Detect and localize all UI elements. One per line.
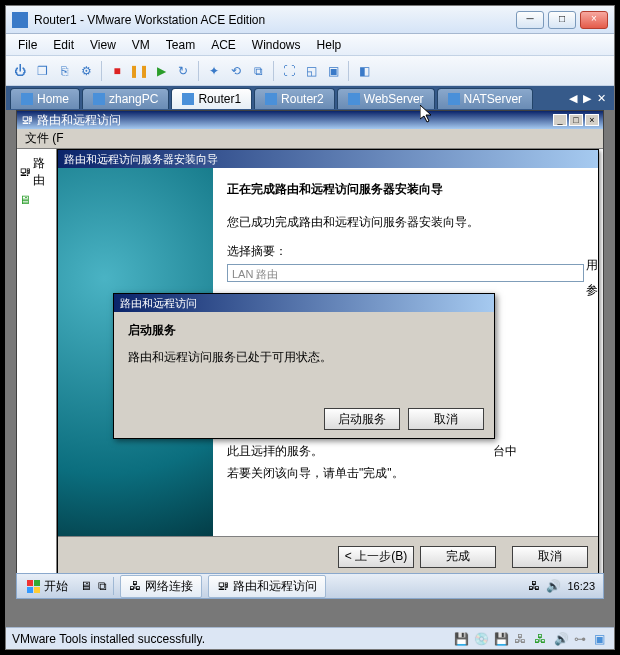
status-message: VMware Tools installed successfully. <box>12 632 205 646</box>
mmc-menu: 文件 (F <box>17 129 603 149</box>
partial-text-right-1: 用参 <box>586 256 598 300</box>
window-title: Router1 - VMware Workstation ACE Edition <box>34 13 516 27</box>
status-hdd-icon[interactable]: 💾 <box>454 632 468 646</box>
mmc-titlebar: 🖳 路由和远程访问 _ □ × <box>17 111 603 129</box>
tree-child[interactable]: 🖥 <box>19 193 54 207</box>
stop-icon[interactable]: ■ <box>107 61 127 81</box>
status-cd-icon[interactable]: 💿 <box>474 632 488 646</box>
menu-view[interactable]: View <box>82 36 124 54</box>
snapshot-take-icon[interactable]: ✦ <box>204 61 224 81</box>
mmc-min-button[interactable]: _ <box>553 114 567 126</box>
guest-taskbar: 开始 🖥 ⧉ 🖧网络连接 🖳路由和远程访问 🖧 🔊 16:23 <box>16 573 604 599</box>
tab-scroll-right[interactable]: ▶ <box>583 92 591 105</box>
reset-icon[interactable]: ↻ <box>173 61 193 81</box>
status-floppy-icon[interactable]: 💾 <box>494 632 508 646</box>
title-bar: Router1 - VMware Workstation ACE Edition… <box>6 6 614 34</box>
start-service-dialog: 路由和远程访问 启动服务 路由和远程访问服务已处于可用状态。 启动服务 取消 <box>113 293 495 439</box>
task-network[interactable]: 🖧网络连接 <box>120 575 202 598</box>
snapshot-revert-icon[interactable]: ⟲ <box>226 61 246 81</box>
wizard-title: 路由和远程访问服务器安装向导 <box>58 150 598 168</box>
maximize-button[interactable]: □ <box>548 11 576 29</box>
menu-team[interactable]: Team <box>158 36 203 54</box>
summary-label: 选择摘要： <box>227 242 584 261</box>
clone-icon[interactable]: ⎘ <box>54 61 74 81</box>
windows-icon <box>27 580 40 593</box>
tab-home[interactable]: Home <box>10 88 80 109</box>
status-usb-icon[interactable]: ⊶ <box>574 632 588 646</box>
status-net1-icon[interactable]: 🖧 <box>514 632 528 646</box>
snapshot-manage-icon[interactable]: ⧉ <box>248 61 268 81</box>
menu-ace[interactable]: ACE <box>203 36 244 54</box>
tray-icon-2[interactable]: 🔊 <box>546 579 561 593</box>
quick-launch-1[interactable]: 🖥 <box>80 579 92 593</box>
status-net2-icon[interactable]: 🖧 <box>534 632 548 646</box>
home-icon <box>21 93 33 105</box>
snapshot-icon[interactable]: ❐ <box>32 61 52 81</box>
status-sound-icon[interactable]: 🔊 <box>554 632 568 646</box>
network-icon: 🖧 <box>129 579 141 593</box>
vm-tabs: Home zhangPC Router1 Router2 WebServer N… <box>6 86 614 110</box>
server-icon: 🖳 <box>19 165 31 179</box>
server-green-icon: 🖥 <box>19 193 31 207</box>
dialog-title: 路由和远程访问 <box>114 294 494 312</box>
tab-close[interactable]: ✕ <box>597 92 606 105</box>
vm-icon <box>265 93 277 105</box>
unity-icon[interactable]: ◱ <box>301 61 321 81</box>
sidebar-toggle-icon[interactable]: ◧ <box>354 61 374 81</box>
poweron-icon[interactable]: ⏻ <box>10 61 30 81</box>
partial-text-1: 此且远拝的服务。台中 <box>227 443 517 460</box>
vm-icon <box>348 93 360 105</box>
menu-help[interactable]: Help <box>309 36 350 54</box>
finish-button[interactable]: 完成 <box>420 546 496 568</box>
vm-icon <box>93 93 105 105</box>
vm-icon <box>182 93 194 105</box>
wizard-close-text: 若要关闭该向导，请单击"完成"。 <box>227 465 404 482</box>
settings-icon[interactable]: ⚙ <box>76 61 96 81</box>
status-bar: VMware Tools installed successfully. 💾 💿… <box>6 627 614 649</box>
menu-edit[interactable]: Edit <box>45 36 82 54</box>
app-icon <box>12 12 28 28</box>
summary-field[interactable]: LAN 路由 <box>227 264 584 282</box>
tree-pane: 🖳路由 🖥 <box>17 149 57 598</box>
mmc-file-menu[interactable]: 文件 (F <box>21 130 68 147</box>
tab-scroll-left[interactable]: ◀ <box>569 92 577 105</box>
status-vm-icon[interactable]: ▣ <box>594 632 608 646</box>
dialog-cancel-button[interactable]: 取消 <box>408 408 484 430</box>
close-button[interactable]: × <box>580 11 608 29</box>
vm-icon <box>448 93 460 105</box>
menu-windows[interactable]: Windows <box>244 36 309 54</box>
tray-icon-1[interactable]: 🖧 <box>528 579 540 593</box>
mmc-close-button[interactable]: × <box>585 114 599 126</box>
quick-launch-2[interactable]: ⧉ <box>98 579 107 593</box>
tab-natserver[interactable]: NATServer <box>437 88 533 109</box>
minimize-button[interactable]: ─ <box>516 11 544 29</box>
guest-display: 🖳 路由和远程访问 _ □ × 文件 (F 🖳路由 🖥 <box>6 110 614 627</box>
start-button[interactable]: 开始 <box>21 576 74 597</box>
system-tray: 🖧 🔊 16:23 <box>528 579 599 593</box>
wizard-footer: < 上一步(B) 完成 取消 <box>58 536 598 576</box>
server-icon: 🖳 <box>21 113 33 127</box>
content-pane: 路由和远程访问服务器安装向导 正在完成路由和远程访问服务器安装向导 您已成功完成… <box>57 149 603 598</box>
menu-vm[interactable]: VM <box>124 36 158 54</box>
pause-icon[interactable]: ❚❚ <box>129 61 149 81</box>
vmware-window: Router1 - VMware Workstation ACE Edition… <box>5 5 615 650</box>
wizard-text1: 您已成功完成路由和远程访问服务器安装向导。 <box>227 213 584 232</box>
mmc-body: 🖳路由 🖥 路由和远程访问服务器安装向导 正在完成路由和远程访问服务器安装向导 … <box>17 149 603 598</box>
tab-router1[interactable]: Router1 <box>171 88 252 109</box>
mmc-title: 路由和远程访问 <box>37 112 121 129</box>
tray-clock[interactable]: 16:23 <box>567 580 595 592</box>
tab-zhangpc[interactable]: zhangPC <box>82 88 169 109</box>
fullscreen-icon[interactable]: ⛶ <box>279 61 299 81</box>
play-icon[interactable]: ▶ <box>151 61 171 81</box>
cancel-button[interactable]: 取消 <box>512 546 588 568</box>
tree-root[interactable]: 🖳路由 <box>19 155 54 189</box>
console-icon[interactable]: ▣ <box>323 61 343 81</box>
dialog-text: 路由和远程访问服务已处于可用状态。 <box>128 349 480 366</box>
task-rras[interactable]: 🖳路由和远程访问 <box>208 575 326 598</box>
tab-webserver[interactable]: WebServer <box>337 88 435 109</box>
menu-file[interactable]: File <box>10 36 45 54</box>
start-service-button[interactable]: 启动服务 <box>324 408 400 430</box>
tab-router2[interactable]: Router2 <box>254 88 335 109</box>
mmc-max-button[interactable]: □ <box>569 114 583 126</box>
back-button[interactable]: < 上一步(B) <box>338 546 414 568</box>
